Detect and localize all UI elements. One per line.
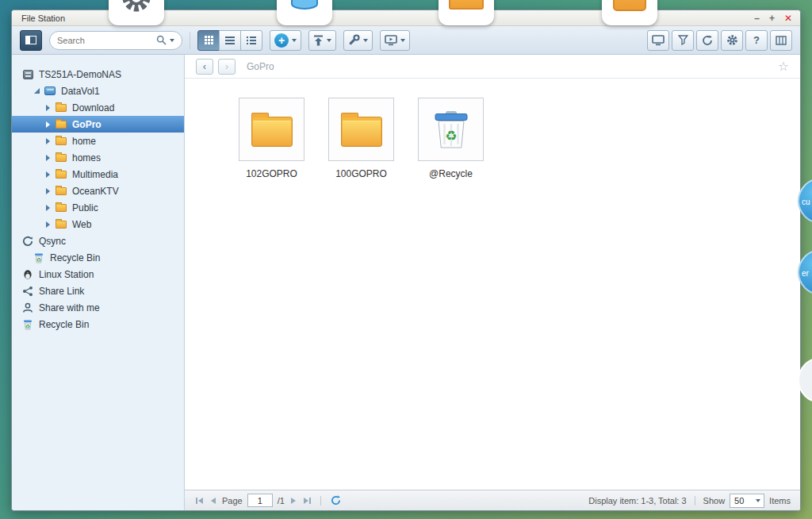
first-page-button[interactable] [194,498,205,504]
settings-button[interactable] [721,30,743,51]
expand-arrow-icon[interactable] [44,171,52,178]
folder-icon [449,0,484,10]
sidebar-item-ts251a-demonas[interactable]: TS251A-DemoNAS [12,66,184,83]
expand-arrow-icon[interactable] [44,205,52,211]
sidebar-item-share-link[interactable]: Share Link [12,283,184,299]
maximize-button[interactable]: + [769,13,775,23]
last-page-button[interactable] [302,498,312,504]
tools-button[interactable] [343,30,373,51]
page-number-input[interactable] [247,494,273,507]
toolbar: + [12,26,800,55]
plus-icon: + [274,33,289,48]
remote-display-icon [385,35,397,46]
file-item--recycle[interactable]: ♻@Recycle [406,98,496,179]
detail-view-button[interactable] [240,30,262,51]
items-label: Items [769,496,791,506]
file-item-102gopro[interactable]: 102GOPRO [227,98,316,179]
sidebar-item-home[interactable]: home [12,133,184,149]
chevron-down-icon [400,39,405,42]
sidebar-item-recycle-bin[interactable]: ♻Recycle Bin [12,316,184,333]
file-thumbnail[interactable] [328,98,394,161]
help-button[interactable]: ? [745,30,768,51]
forward-button[interactable]: › [218,59,236,75]
sidebar-item-download[interactable]: Download [12,99,184,116]
grid-view-button[interactable] [197,30,220,51]
gear-icon [118,0,155,16]
sidebar-item-label: Qsync [39,236,66,247]
show-count-value: 50 [734,496,744,506]
sidebar-toggle-icon [25,36,36,44]
desktop-shortcut-partial-2[interactable]: er [798,249,812,295]
remote-display-button[interactable] [380,30,410,51]
folder-icon [251,117,293,147]
create-button[interactable]: + [270,30,301,51]
sidebar-item-public[interactable]: Public [12,199,184,216]
status-bar: Page /1 Display item: 1-3, Total: 3 Show [185,490,800,510]
show-count-select[interactable]: 50 [730,494,764,508]
desktop-shortcut-partial-1[interactable]: cu [798,178,812,224]
expand-arrow-icon[interactable] [44,105,52,111]
sidebar-item-multimedia[interactable]: Multimedia [12,166,184,183]
back-button[interactable]: ‹ [196,59,213,75]
sidebar-toggle-button[interactable] [20,30,42,51]
file-thumbnail[interactable] [239,98,304,161]
sidebar-item-homes[interactable]: homes [12,149,184,166]
expand-arrow-icon[interactable] [44,138,52,144]
expand-arrow-icon[interactable] [44,221,52,228]
file-item-100gopro[interactable]: 100GOPRO [316,98,406,179]
favorite-star-icon[interactable]: ☆ [778,60,789,73]
show-label: Show [703,496,726,506]
expand-arrow-icon[interactable] [44,121,52,128]
shortcut-label: cu [802,198,810,206]
filter-button[interactable] [672,30,694,51]
chevron-down-icon [756,499,760,502]
refresh-button[interactable] [696,30,718,51]
sidebar-item-label: Public [72,202,98,213]
next-page-button[interactable] [289,498,297,504]
breadcrumb-path: GoPro [247,61,274,72]
volume-icon [44,85,56,98]
share-link-icon [21,285,34,298]
upload-icon [313,35,324,46]
sidebar-item-web[interactable]: Web [12,216,184,233]
desktop-shortcut-partial-3[interactable] [798,357,812,403]
desktop-app-icon-storage[interactable] [277,0,332,25]
toolbar-right-group: ? [647,30,792,51]
display-output-icon [652,35,665,46]
svg-text:♻: ♻ [25,323,30,329]
list-view-button[interactable] [219,30,241,51]
grid-view-icon [205,36,213,44]
refresh-list-button[interactable] [329,495,343,506]
sidebar-item-label: Web [72,219,91,230]
search-box[interactable] [49,31,182,50]
sidebar-item-recycle-bin[interactable]: ♻Recycle Bin [12,249,184,266]
minimize-button[interactable]: – [754,13,760,23]
upload-button[interactable] [308,30,336,51]
close-button[interactable]: ✕ [784,13,792,23]
folder-icon [613,0,646,11]
desktop-app-icon-folder-2[interactable] [602,0,657,25]
sidebar-item-gopro[interactable]: GoPro [12,116,184,133]
sidebar-item-share-with-me[interactable]: Share with me [12,299,184,316]
main-panel: ‹ › GoPro ☆ 102GOPRO100GOPRO♻@Recycle Pa… [185,55,800,510]
gear-icon [726,34,738,46]
sidebar-item-linux-station[interactable]: Linux Station [12,266,184,283]
sidebar-item-datavol1[interactable]: DataVol1 [12,83,184,99]
desktop-app-icon-settings[interactable] [109,0,164,25]
window-title: File Station [12,13,65,23]
search-options-caret-icon[interactable] [170,39,174,42]
sidebar-item-label: homes [72,152,101,163]
expand-arrow-icon[interactable] [44,188,52,194]
folder-icon [341,117,382,147]
sidebar-item-oceanktv[interactable]: OceanKTV [12,183,184,199]
display-output-button[interactable] [647,30,669,51]
search-input[interactable] [57,36,153,45]
expand-arrow-icon[interactable] [44,155,52,161]
file-name: @Recycle [429,168,473,179]
file-thumbnail[interactable]: ♻ [418,98,484,161]
prev-page-button[interactable] [209,498,217,504]
sidebar-item-qsync[interactable]: Qsync [12,233,184,249]
collapse-arrow-icon[interactable] [33,88,40,94]
background-tasks-button[interactable] [770,30,792,51]
desktop-app-icon-folder-1[interactable] [439,0,494,25]
